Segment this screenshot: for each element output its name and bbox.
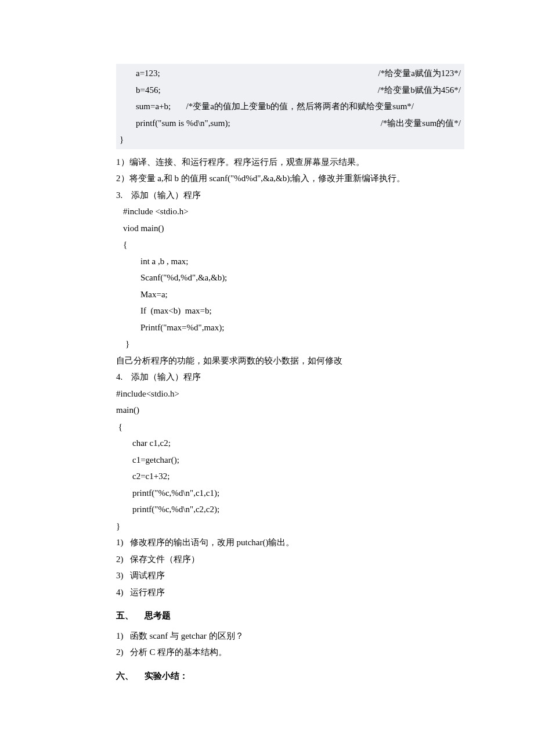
code-left: a=123; (136, 65, 160, 82)
code-line: { (116, 419, 464, 435)
code-comment: /*输出变量sum的值*/ (381, 115, 461, 132)
code-line: b=456; /*给变量b赋值为456*/ (120, 82, 461, 99)
list-item: 4) 运行程序 (116, 584, 464, 601)
code-line: a=123; /*给变量a赋值为123*/ (120, 65, 461, 82)
code-left: printf("sum is %d\n",sum); (136, 115, 230, 132)
code-line: If (max<b) max=b; (116, 303, 464, 319)
code-line: #include<stdio.h> (116, 386, 464, 402)
section-3-title: 3. 添加（输入）程序 (116, 187, 464, 204)
code-line: c2=c1+32; (116, 468, 464, 485)
paragraph-line: 自己分析程序的功能，如果要求两数的较小数据，如何修改 (116, 352, 464, 369)
code-line: viod main() (116, 220, 464, 237)
code-comment: /*给变量b赋值为456*/ (378, 82, 461, 99)
list-item: 3) 调试程序 (116, 567, 464, 584)
section-6-title: 六、 实验小结： (116, 668, 464, 685)
code-line: Printf("max=%d",max); (116, 319, 464, 336)
list-item: 2) 保存文件（程序） (116, 551, 464, 568)
code-line: printf("%c,%d\n",c2,c2); (116, 501, 464, 518)
list-item: 2) 分析 C 程序的基本结构。 (116, 644, 464, 661)
code-line: printf("sum is %d\n",sum); /*输出变量sum的值*/ (120, 115, 461, 132)
section-4-title: 4. 添加（输入）程序 (116, 369, 464, 386)
paragraph-line: 2）将变量 a,和 b 的值用 scanf("%d%d",&a,&b);输入，修… (116, 170, 464, 187)
code-line: Scanf("%d,%d",&a,&b); (116, 269, 464, 286)
code-line: { (116, 236, 464, 253)
list-item: 1) 函数 scanf 与 getchar 的区别？ (116, 628, 464, 645)
code-line: int a ,b , max; (116, 253, 464, 270)
code-line: } (116, 518, 464, 535)
code-line: } (116, 336, 464, 352)
code-line: printf("%c,%d\n",c1,c1); (116, 485, 464, 502)
code-line: c1=getchar(); (116, 452, 464, 469)
code-line: sum=a+b; /*变量a的值加上变量b的值，然后将两者的和赋给变量sum*/ (120, 98, 461, 115)
code-line: char c1,c2; (116, 435, 464, 452)
code-comment: /*给变量a赋值为123*/ (378, 65, 461, 82)
section-5-title: 五、 思考题 (116, 607, 464, 624)
code-left: b=456; (136, 82, 161, 99)
list-item: 1) 修改程序的输出语句，改用 putchar()输出。 (116, 534, 464, 551)
paragraph-line: 1）编译、连接、和运行程序。程序运行后，观查屏幕显示结果。 (116, 154, 464, 171)
code-line: main() (116, 402, 464, 419)
code-line: #include <stdio.h> (116, 203, 464, 220)
code-line: } (120, 131, 461, 148)
code-block-sum: a=123; /*给变量a赋值为123*/ b=456; /*给变量b赋值为45… (116, 64, 464, 149)
document-page: a=123; /*给变量a赋值为123*/ b=456; /*给变量b赋值为45… (0, 0, 534, 756)
code-line: Max=a; (116, 286, 464, 303)
